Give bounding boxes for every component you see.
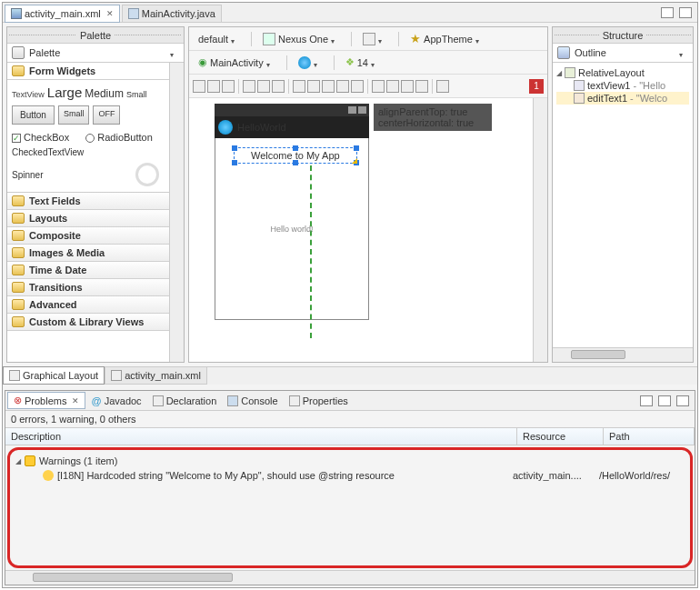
device-preview[interactable]: HelloWorld Welcome to My App Hello world… — [189, 98, 533, 362]
activity-toolbar: ◉MainActivity ❖14 — [189, 51, 547, 75]
tab-graphical-layout[interactable]: Graphical Layout — [3, 366, 105, 385]
tool-icon[interactable] — [436, 80, 449, 93]
folder-icon — [12, 282, 25, 293]
selected-edittext[interactable]: Welcome to My App — [234, 147, 357, 164]
folder-composite[interactable]: Composite — [7, 227, 169, 245]
tool-icon[interactable] — [193, 80, 205, 93]
zoom-reset-icon[interactable] — [401, 80, 414, 93]
scrollbar-horizontal[interactable] — [5, 570, 695, 585]
zoom-out-icon[interactable] — [415, 80, 428, 93]
tab-xml-source[interactable]: activity_main.xml — [105, 366, 207, 385]
widget-checkedtextview[interactable]: CheckedTextView — [12, 147, 165, 157]
theme-dropdown[interactable]: ★AppTheme — [405, 29, 490, 48]
scrollbar-horizontal[interactable] — [553, 347, 693, 362]
chevron-down-icon[interactable] — [170, 48, 179, 57]
api-level-dropdown[interactable]: ❖14 — [340, 54, 385, 71]
tool-icon[interactable] — [207, 80, 220, 93]
tab-console[interactable]: Console — [222, 394, 283, 408]
tree-node-textview[interactable]: textView1 - "Hello — [556, 79, 689, 92]
maximize-button[interactable] — [679, 7, 692, 18]
bottom-view-tabs: ⊗Problems✕ @Javadoc Declaration Console … — [5, 391, 695, 411]
palette-header[interactable]: Palette — [7, 44, 184, 63]
resize-handle[interactable] — [293, 160, 298, 165]
alignment-guide — [310, 165, 312, 338]
tab-problems[interactable]: ⊗Problems✕ — [7, 392, 85, 409]
declaration-icon — [153, 395, 164, 406]
col-description[interactable]: Description — [5, 428, 517, 445]
close-icon[interactable]: ✕ — [72, 396, 79, 405]
maximize-button[interactable] — [676, 395, 689, 406]
widget-checkbox[interactable]: CheckBox — [12, 132, 69, 143]
tool-icon[interactable] — [272, 80, 285, 93]
expand-icon[interactable]: ◢ — [556, 69, 562, 77]
star-icon: ★ — [410, 32, 421, 45]
zoom-fit-icon[interactable] — [386, 80, 399, 93]
error-badge[interactable]: 1 — [529, 79, 544, 94]
textview-hello[interactable]: Hello world! — [270, 225, 313, 234]
widget-medium-text[interactable]: Medium — [85, 87, 124, 100]
warnings-group[interactable]: ◢Warnings (1 item) — [10, 454, 690, 468]
tool-icon[interactable] — [222, 80, 235, 93]
tree-node-edittext[interactable]: editText1 - "Welco — [556, 92, 689, 105]
minimize-button[interactable] — [661, 7, 674, 18]
zoom-in-icon[interactable] — [372, 80, 385, 93]
expand-icon[interactable]: ◢ — [15, 457, 21, 465]
tab-activity-main[interactable]: activity_main.xml ✕ — [5, 5, 120, 23]
widget-large-text[interactable]: Large — [47, 85, 82, 100]
scrollbar-vertical[interactable] — [533, 98, 547, 362]
tool-icon[interactable] — [243, 80, 255, 93]
phone-content[interactable]: Welcome to My App Hello world! — [215, 138, 369, 320]
console-icon — [227, 395, 238, 406]
tool-icon[interactable] — [307, 80, 320, 93]
folder-text-fields[interactable]: Text Fields — [7, 193, 169, 210]
widget-radiobutton[interactable]: RadioButton — [85, 132, 153, 143]
folder-custom-views[interactable]: Custom & Library Views — [7, 314, 169, 331]
folder-images-media[interactable]: Images & Media — [7, 245, 169, 262]
tab-mainactivity[interactable]: MainActivity.java — [122, 5, 222, 23]
tool-icon[interactable] — [322, 80, 335, 93]
activity-dropdown[interactable]: ◉MainActivity — [193, 54, 281, 71]
widget-textview[interactable]: TextView — [12, 90, 45, 99]
tool-icon[interactable] — [351, 80, 364, 93]
widget-spinner[interactable]: Spinner — [12, 170, 43, 180]
orientation-button[interactable] — [357, 30, 393, 48]
constraint-tooltip: alignParentTop: true centerHorizontal: t… — [374, 104, 492, 131]
tool-icon[interactable] — [336, 80, 349, 93]
config-dropdown[interactable]: default — [193, 31, 245, 47]
folder-transitions[interactable]: Transitions — [7, 279, 169, 296]
folder-layouts[interactable]: Layouts — [7, 210, 169, 227]
locale-dropdown[interactable] — [293, 54, 328, 72]
view-menu-button[interactable] — [640, 395, 653, 406]
tool-icon[interactable] — [293, 80, 305, 93]
tab-properties[interactable]: Properties — [284, 394, 354, 408]
android-icon: ❖ — [345, 56, 355, 68]
tab-declaration[interactable]: Declaration — [147, 394, 223, 408]
folder-time-date[interactable]: Time & Date — [7, 262, 169, 279]
minimize-button[interactable] — [658, 395, 671, 406]
tab-javadoc[interactable]: @Javadoc — [85, 394, 146, 408]
scrollbar-vertical[interactable] — [169, 63, 184, 362]
close-icon[interactable]: ✕ — [106, 9, 114, 18]
warning-icon[interactable] — [352, 158, 357, 164]
group-label: Warnings (1 item) — [39, 455, 117, 466]
resize-handle[interactable] — [232, 160, 237, 165]
widget-small-button[interactable]: Small — [58, 105, 90, 125]
resize-handle[interactable] — [232, 145, 237, 151]
widget-small-text[interactable]: Small — [126, 90, 147, 99]
folder-advanced[interactable]: Advanced — [7, 296, 169, 314]
tree-node-root[interactable]: ◢ RelativeLayout — [556, 66, 689, 79]
phone-action-bar: HelloWorld — [215, 116, 369, 138]
structure-pane: Structure Outline ◢ RelativeLayout textV… — [552, 26, 694, 363]
folder-form-widgets[interactable]: Form Widgets — [7, 63, 169, 80]
col-path[interactable]: Path — [604, 428, 695, 445]
widget-toggle-button[interactable]: OFF — [93, 105, 120, 125]
warning-item[interactable]: [I18N] Hardcoded string "Welcome to My A… — [10, 468, 690, 483]
form-widgets-content: TextView Large Medium Small Button Small… — [7, 80, 169, 193]
device-dropdown[interactable]: Nexus One — [257, 30, 345, 48]
resize-handle[interactable] — [354, 145, 359, 151]
menu-icon[interactable] — [679, 48, 688, 57]
widget-button[interactable]: Button — [12, 105, 55, 125]
resize-handle[interactable] — [293, 145, 298, 151]
tool-icon[interactable] — [257, 80, 270, 93]
col-resource[interactable]: Resource — [517, 428, 604, 445]
